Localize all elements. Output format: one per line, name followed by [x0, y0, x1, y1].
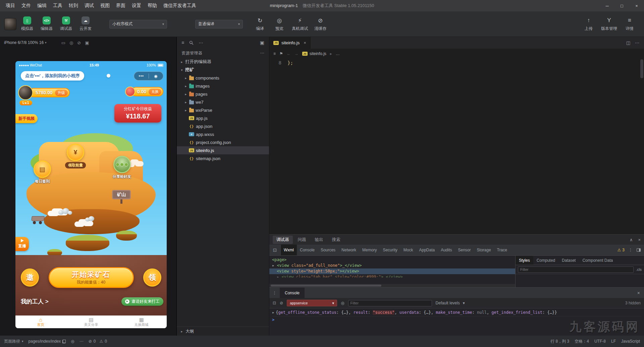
menu-file[interactable]: 文件 — [18, 1, 34, 10]
devtools-tab-security[interactable]: Security — [380, 245, 400, 255]
tree-file-app-wxss[interactable]: # app.wxss — [177, 130, 269, 138]
menu-interface[interactable]: 界面 — [113, 1, 128, 10]
daily-signin-button[interactable]: ▤ 每日签到 — [34, 160, 51, 184]
newbie-video-button[interactable]: 新手视频 — [15, 114, 38, 123]
tree-folder-wxparse[interactable]: ▸ wxParse — [177, 106, 269, 114]
split-editor-icon[interactable]: ◫ — [626, 40, 630, 45]
expand-icon[interactable]: ▸ — [272, 310, 274, 315]
compile-button[interactable]: ↻ 编译 — [253, 16, 267, 32]
current-page-path[interactable]: pages/index/index — [29, 339, 66, 344]
clear-cache-button[interactable]: ⊘ 清缓存 — [313, 16, 327, 32]
live-button[interactable]: 直播 — [15, 237, 29, 251]
cursor-position[interactable]: 行 8，列 3 — [550, 339, 569, 344]
search-icon[interactable] — [189, 41, 194, 45]
claim-circle-button[interactable]: 领 — [143, 268, 161, 287]
devtools-tab-audits[interactable]: Audits — [438, 245, 455, 255]
menu-icon[interactable]: ≡ — [273, 51, 276, 56]
error-counter[interactable]: ⊘ 0 ⚠ 0 — [89, 339, 107, 344]
cls-toggle[interactable]: .cls — [636, 267, 642, 271]
eol-setting[interactable]: LF — [611, 339, 616, 344]
upload-button[interactable]: ↑ 上传 — [582, 16, 596, 32]
indent-setting[interactable]: 空格：4 — [575, 339, 589, 344]
tree-folder-pages[interactable]: ▸ pages — [177, 90, 269, 98]
menu-tools[interactable]: 工具 — [50, 1, 65, 10]
computed-tab[interactable]: Computed — [533, 256, 558, 265]
menu-help[interactable]: 帮助 — [145, 1, 160, 10]
devtools-tab-sources[interactable]: Sources — [318, 245, 338, 255]
devtools-tab-appdata[interactable]: AppData — [416, 245, 438, 255]
encoding-setting[interactable]: UTF-8 — [594, 339, 606, 344]
copy-icon[interactable] — [62, 340, 66, 343]
close-panel-icon[interactable]: × — [638, 237, 641, 242]
invite-circle-button[interactable]: 邀 — [21, 268, 39, 287]
tab-search[interactable]: 搜索 — [328, 236, 344, 244]
tree-file-sitemap[interactable]: {} sitemap.json — [177, 154, 269, 162]
version-manage-button[interactable]: Y 版本管理 — [601, 16, 617, 32]
simulator-toggle-button[interactable]: ▯ 模拟器 — [20, 16, 34, 32]
console-output[interactable]: ▸{get_offline_stone_status: {…}, result:… — [269, 308, 644, 336]
language-mode[interactable]: JavaScript — [621, 339, 640, 344]
page-path-selector[interactable]: 页面路径 ▾ — [4, 339, 23, 344]
dividend-badge[interactable]: 分红矿今日收益 ¥118.67 — [114, 104, 161, 122]
mute-icon[interactable]: ⊘ — [77, 40, 81, 45]
menu-edit[interactable]: 编辑 — [34, 1, 50, 10]
tree-folder-we7[interactable]: ▸ we7 — [177, 98, 269, 106]
breadcrumb-file[interactable]: JS siteinfo.js — [302, 51, 326, 56]
maximize-button[interactable]: □ — [614, 0, 629, 11]
element-node[interactable]: ▸ <view class="ad_full_none">_</view> — [269, 263, 515, 268]
tab-output[interactable]: 输出 — [311, 236, 327, 244]
tab-shop[interactable]: ▦ 兑换商城 — [116, 316, 167, 328]
more-icon[interactable]: ⋯ — [260, 51, 265, 55]
editor-scrollbar[interactable] — [640, 59, 644, 234]
log-levels-select[interactable]: Default levels ▾ — [436, 301, 465, 305]
devtools-tab-sensor[interactable]: Sensor — [455, 245, 474, 255]
menu-view[interactable]: 视图 — [97, 1, 113, 10]
cloud-dev-button[interactable]: ☁ 云开发 — [78, 16, 93, 32]
player-avatar[interactable] — [18, 85, 33, 100]
element-node-selected[interactable]: <view style="height:50px;"></view> — [269, 268, 515, 274]
menu-project[interactable]: 项目 — [3, 1, 18, 10]
context-select[interactable]: appservice ▾ — [287, 300, 337, 306]
remote-debug-button[interactable]: ⚡ 真机调试 — [292, 16, 308, 32]
tree-file-siteinfo[interactable]: JS siteinfo.js — [177, 146, 269, 154]
bookmark-icon[interactable]: ⚑ — [279, 51, 283, 56]
share-friends-button[interactable]: 分享给好友 — [113, 156, 131, 179]
menu-devtools[interactable]: 微信开发者工具 — [160, 1, 199, 10]
devtools-menu-icon[interactable]: ⋮ — [629, 248, 633, 252]
console-filter-input[interactable] — [348, 300, 432, 306]
more-icon[interactable]: ••• — [134, 74, 149, 79]
dataset-tab[interactable]: Dataset — [558, 256, 579, 265]
devtools-tab-mock[interactable]: Mock — [400, 245, 416, 255]
inspect-element-icon[interactable]: ⊡ — [269, 245, 281, 255]
details-button[interactable]: ≡ 详情 — [623, 16, 637, 32]
minimize-button[interactable]: ─ — [600, 0, 614, 11]
more-icon[interactable]: ⋯ — [199, 40, 203, 45]
my-workers-link[interactable]: 我的工人 > — [21, 298, 49, 305]
tab-siteinfo-js[interactable]: JS siteinfo.js × — [269, 37, 311, 49]
eye-icon[interactable]: ◎ — [341, 301, 344, 305]
device-selector[interactable]: iPhone 6/7/8 100% 16 — [4, 40, 44, 45]
more-icon[interactable]: ⋯ — [635, 40, 639, 45]
tree-project-root[interactable]: ▾ 挖矿 — [177, 66, 269, 74]
console-drawer-tab[interactable]: Console — [280, 288, 305, 298]
menu-icon[interactable]: ≡ — [181, 40, 184, 45]
window-mode-icon[interactable]: ▭ — [61, 40, 65, 45]
energy-button[interactable]: ¥ 领取能量 — [65, 144, 86, 168]
devtools-tab-memory[interactable]: Memory — [359, 245, 380, 255]
horizontal-scrollbar[interactable] — [269, 284, 515, 287]
console-log-entry[interactable]: ▸{get_offline_stone_status: {…}, result:… — [272, 309, 641, 316]
back-icon[interactable]: ← — [287, 51, 291, 56]
mode-select[interactable]: 小程序模式 ▾ — [109, 20, 167, 29]
forward-icon[interactable]: → — [294, 51, 299, 56]
wxml-elements-tree[interactable]: <page> ▸ <view class="ad_full_none">_</v… — [269, 256, 515, 287]
exchange-button[interactable]: 兑换 — [149, 89, 161, 95]
tree-open-editors[interactable]: ▸ 打开的编辑器 — [177, 58, 269, 66]
menu-debug[interactable]: 调试 — [82, 1, 97, 10]
devtools-tab-wxml[interactable]: Wxml — [281, 245, 297, 255]
warnings-badge[interactable]: ⚠ 3 — [618, 248, 625, 252]
tree-folder-components[interactable]: ▸ components — [177, 74, 269, 82]
code-editor[interactable]: 8 }; — [269, 59, 644, 234]
tree-file-app-js[interactable]: JS app.js — [177, 114, 269, 122]
panel-layout-icon[interactable]: ▣ — [260, 40, 264, 45]
dock-side-icon[interactable] — [637, 248, 641, 252]
